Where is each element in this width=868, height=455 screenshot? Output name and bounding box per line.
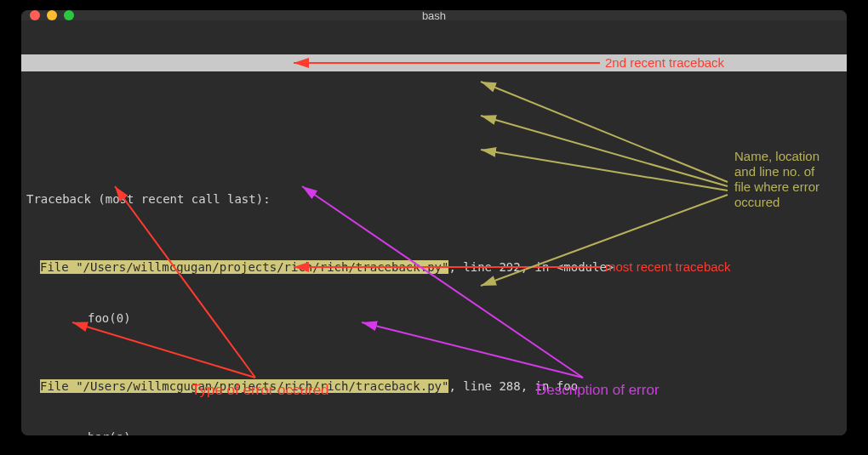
- svg-line-6: [115, 186, 255, 378]
- window-titlebar: bash: [21, 10, 847, 20]
- blank-line: [21, 105, 847, 122]
- code-line: bar(a): [21, 429, 847, 435]
- terminal-content: Traceback (most recent call last): File …: [21, 20, 847, 435]
- svg-line-7: [72, 322, 255, 378]
- svg-line-9: [362, 322, 583, 378]
- svg-line-8: [302, 186, 583, 378]
- stack-frame: File "/Users/willmcgugan/projects/rich/r…: [21, 378, 847, 395]
- frame-location: , line 292, in <module>: [448, 260, 614, 274]
- svg-line-3: [481, 116, 728, 186]
- annot-file-info-l1: Name, location: [734, 149, 819, 163]
- annotation-overlay: 2nd recent traceback most recent traceba…: [21, 20, 847, 424]
- svg-line-4: [481, 150, 728, 191]
- traceback-header: Traceback (most recent call last):: [21, 191, 847, 208]
- stack-frame: File "/Users/willmcgugan/projects/rich/r…: [21, 259, 847, 276]
- annot-file-info-l2: and line no. of: [734, 164, 815, 179]
- terminal-window: bash Traceback (most recent call last): …: [21, 10, 847, 435]
- code-line: foo(0): [21, 310, 847, 327]
- file-highlight: File "/Users/willmcgugan/projects/rich/r…: [40, 379, 448, 393]
- blank-bar-top: [21, 54, 847, 71]
- frame-location: , line 288, in foo: [448, 379, 578, 393]
- svg-line-2: [481, 82, 728, 182]
- file-highlight: File "/Users/willmcgugan/projects/rich/r…: [40, 260, 448, 274]
